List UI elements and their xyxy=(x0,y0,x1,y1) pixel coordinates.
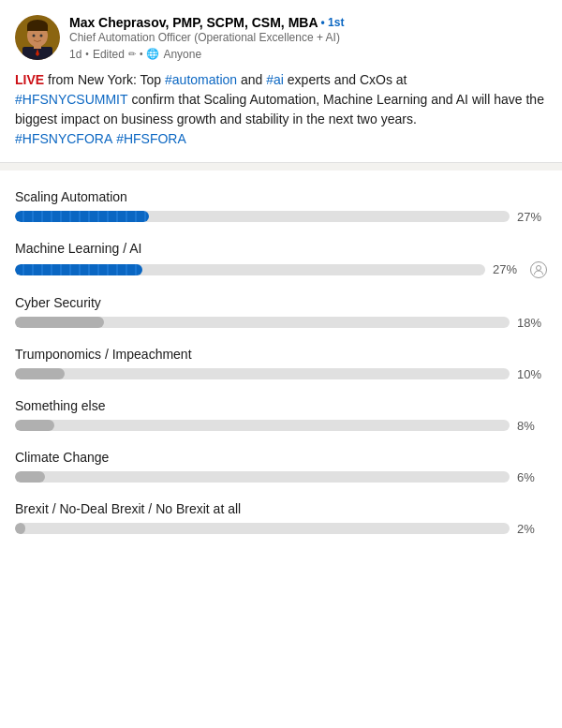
poll-bar-bg xyxy=(15,317,510,328)
svg-point-6 xyxy=(33,35,36,37)
hashtag-ai[interactable]: #ai xyxy=(266,72,284,87)
poll-percent: 27% xyxy=(517,210,547,224)
poll-item: Cyber Security18% xyxy=(15,295,547,330)
poll-bar-row: 6% xyxy=(15,470,547,484)
svg-point-9 xyxy=(537,265,541,270)
poll-item: Brexit / No-Deal Brexit / No Brexit at a… xyxy=(15,501,547,536)
poll-bar-bg xyxy=(15,471,510,483)
poll-bar-fill xyxy=(15,523,25,534)
edit-icon: ✏ xyxy=(128,49,136,59)
meta-dot: • xyxy=(85,49,89,59)
poll-percent: 18% xyxy=(517,316,547,330)
poll-item: Machine Learning / AI27% xyxy=(15,241,547,278)
poll-user-icon xyxy=(530,261,547,278)
poll-label: Cyber Security xyxy=(15,295,547,310)
poll-bar-row: 27% xyxy=(15,210,547,224)
meta-dot2: • xyxy=(140,49,143,59)
poll-percent: 6% xyxy=(517,470,547,484)
svg-point-7 xyxy=(40,35,43,37)
poll-bar-bg xyxy=(15,523,510,534)
poll-bar-fill xyxy=(15,471,45,483)
poll-label: Climate Change xyxy=(15,450,547,465)
hashtag-hfsnycsummit[interactable]: #HFSNYCSUMMIT xyxy=(15,92,128,107)
poll-bar-row: 27% xyxy=(15,261,547,278)
poll-item: Scaling Automation27% xyxy=(15,189,547,224)
audience-label: Anyone xyxy=(163,48,201,61)
post-time: 1d xyxy=(69,48,81,61)
poll-bar-bg xyxy=(15,420,510,431)
poll-bar-fill xyxy=(15,211,149,222)
poll-percent: 8% xyxy=(517,419,547,433)
poll-bar-bg xyxy=(15,368,510,379)
divider xyxy=(0,162,562,163)
poll-label: Brexit / No-Deal Brexit / No Brexit at a… xyxy=(15,501,547,516)
poll-bar-fill xyxy=(15,420,54,431)
author-name[interactable]: Max Cheprasov, PMP, SCPM, CSM, MBA xyxy=(69,15,318,30)
poll-item: Trumponomics / Impeachment10% xyxy=(15,347,547,381)
poll-bar-bg xyxy=(15,264,485,275)
poll-label: Scaling Automation xyxy=(15,189,547,204)
poll-percent: 2% xyxy=(517,522,547,536)
avatar[interactable] xyxy=(15,15,60,60)
post-text-part1: from New York: Top xyxy=(44,72,165,87)
poll-bar-bg xyxy=(15,211,510,222)
author-title: Chief Automation Officer (Operational Ex… xyxy=(69,30,547,46)
hashtag-hfsnycfora[interactable]: #HFSNYCFORA xyxy=(15,131,112,146)
poll-item: Climate Change6% xyxy=(15,450,547,484)
connection-badge: • 1st xyxy=(321,16,345,29)
post-text: LIVE from New York: Top #automation and … xyxy=(15,70,547,149)
author-line: Max Cheprasov, PMP, SCPM, CSM, MBA • 1st xyxy=(69,15,547,30)
post-header: Max Cheprasov, PMP, SCPM, CSM, MBA • 1st… xyxy=(15,15,547,61)
poll-item: Something else8% xyxy=(15,398,547,433)
hashtag-automation[interactable]: #automation xyxy=(165,72,237,87)
svg-rect-5 xyxy=(27,25,48,31)
post-container: Max Cheprasov, PMP, SCPM, CSM, MBA • 1st… xyxy=(0,0,562,171)
poll-bar-fill xyxy=(15,317,104,328)
post-text-part2: and xyxy=(237,72,266,87)
poll-bar-row: 18% xyxy=(15,316,547,330)
poll-bar-row: 2% xyxy=(15,522,547,536)
poll-bar-row: 8% xyxy=(15,419,547,433)
poll-percent: 27% xyxy=(493,262,523,276)
poll-bar-fill xyxy=(15,368,65,379)
dot-separator: • xyxy=(321,16,329,29)
hashtag-hfsfora[interactable]: #HFSFORA xyxy=(116,131,186,146)
edited-label: Edited xyxy=(93,48,125,61)
globe-icon: 🌐 xyxy=(146,48,159,60)
poll-section: Scaling Automation27%Machine Learning / … xyxy=(0,171,562,568)
poll-percent: 10% xyxy=(517,367,547,381)
post-text-part3: experts and CxOs at xyxy=(284,72,407,87)
live-badge: LIVE xyxy=(15,72,44,87)
poll-label: Trumponomics / Impeachment xyxy=(15,347,547,362)
poll-label: Something else xyxy=(15,398,547,413)
poll-bar-fill xyxy=(15,264,142,275)
poll-label: Machine Learning / AI xyxy=(15,241,547,256)
poll-bar-row: 10% xyxy=(15,367,547,381)
header-info: Max Cheprasov, PMP, SCPM, CSM, MBA • 1st… xyxy=(69,15,547,61)
post-meta: 1d • Edited ✏ • 🌐 Anyone xyxy=(69,48,547,61)
